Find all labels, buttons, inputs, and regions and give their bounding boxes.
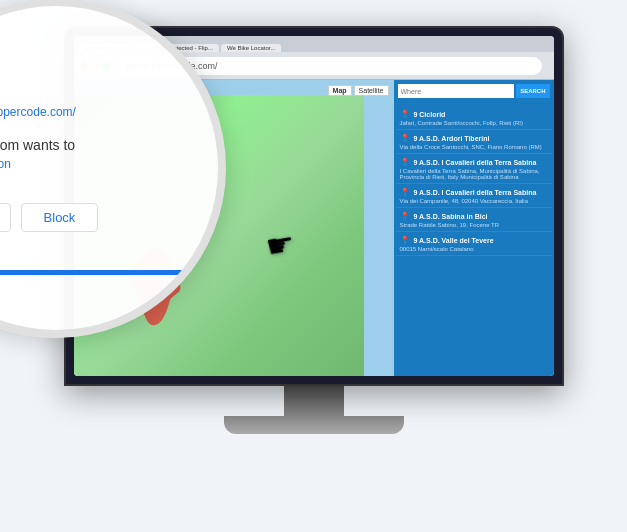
monitor: 🔒 demo.flippercode.com/ rpercode.com wan… [34,26,594,506]
allow-button[interactable]: Allow [0,203,11,232]
cursor-hand: ☛ [262,224,297,266]
popup-question: rpercode.com wants to [0,137,75,153]
marker-icon: 📍 [400,188,410,197]
list-item: 📍 9 A.S.D. Sabina in Bici Strade Rattile… [396,209,552,232]
list-item: 📍 9 Ciclorid Jafari, Contrade Santi/occo… [396,107,552,130]
item-subtitle: Strade Rattile Sabino, 19, Focene TR [400,222,548,228]
search-button[interactable]: SEARCH [516,84,549,98]
right-sidebar: SEARCH 📍 9 Ciclorid Jafari, Contrade San… [394,80,554,376]
item-subtitle: Jafari, Contrade Santi/occochi, Follp, R… [400,120,548,126]
map-controls: Map Satellite [328,85,389,96]
popup-accent-line [0,270,218,275]
search-input[interactable] [398,84,515,98]
search-row: SEARCH [398,84,550,98]
map-btn-map[interactable]: Map [328,85,352,96]
item-subtitle: 00015 Narni/scalo Catalano [400,246,548,252]
map-btn-satellite[interactable]: Satellite [354,85,389,96]
map-water-right [364,80,394,376]
monitor-neck [284,386,344,416]
list-item: 📍 9 A.S.D. Ardori Tiberini Via della Cro… [396,131,552,154]
search-area: SEARCH [394,80,554,105]
popup-subtext: v your location [0,157,11,171]
item-title: 📍 9 Ciclorid [400,110,548,119]
item-title: 📍 9 A.S.D. Valle del Tevere [400,236,548,245]
popup-url: demo.flippercode.com/ [0,105,76,119]
block-button[interactable]: Block [21,203,99,232]
item-title: 📍 9 A.S.D. I Cavalieri della Terra Sabin… [400,158,548,167]
marker-icon: 📍 [400,236,410,245]
marker-icon: 📍 [400,158,410,167]
item-title: 📍 9 A.S.D. Sabina in Bici [400,212,548,221]
list-item: 📍 9 A.S.D. Valle del Tevere 00015 Narni/… [396,233,552,256]
marker-icon: 📍 [400,134,410,143]
tab-3[interactable]: We Bike Locator... [221,44,282,52]
sidebar-list: 📍 9 Ciclorid Jafari, Contrade Santi/occo… [394,105,554,259]
item-title: 📍 9 A.S.D. Ardori Tiberini [400,134,548,143]
monitor-base [224,416,404,434]
list-item: 📍 9 A.S.D. I Cavalieri della Terra Sabin… [396,155,552,184]
item-subtitle: I Cavalieri della Terra Sabina, Municipa… [400,168,548,180]
list-item: 📍 9 A.S.D. I Cavalieri della Terra Sabin… [396,185,552,208]
monitor-body: 🔒 demo.flippercode.com/ rpercode.com wan… [64,26,564,386]
item-title: 📍 9 A.S.D. I Cavalieri della Terra Sabin… [400,188,548,197]
popup-buttons: Allow Block [0,203,98,232]
item-subtitle: Via dei Campanile, 48, 02040 Vaccareccia… [400,198,548,204]
marker-icon: 📍 [400,212,410,221]
marker-icon: 📍 [400,110,410,119]
popup-url-bar: 🔒 demo.flippercode.com/ [0,105,76,119]
item-subtitle: Via della Croce Santocchi, SNC, Fiano Ro… [400,144,548,150]
